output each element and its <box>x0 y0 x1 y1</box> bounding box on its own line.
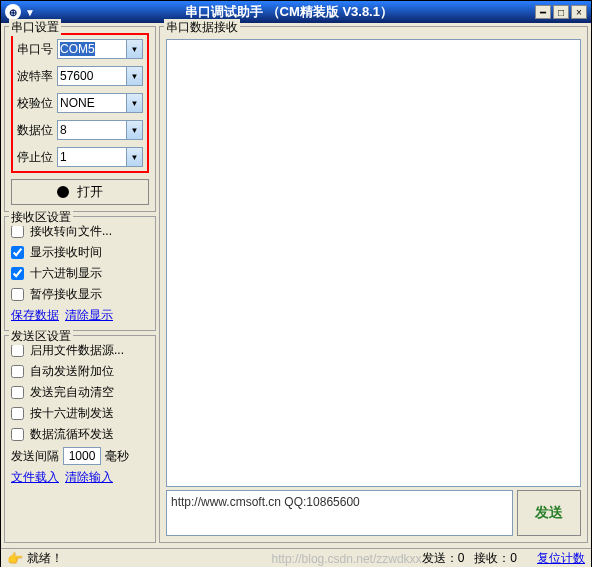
clear-input-link[interactable]: 清除输入 <box>65 469 113 486</box>
title-dropdown-icon[interactable]: ▼ <box>25 7 35 18</box>
port-label: 串口号 <box>17 41 57 58</box>
reset-count-link[interactable]: 复位计数 <box>537 550 585 567</box>
highlight-box: 串口号 COM5 ▼ 波特率 57600 ▼ 校 <box>11 33 149 173</box>
status-text: 就绪！ <box>27 550 272 567</box>
watermark: http://blog.csdn.net/zzwdkxx <box>272 552 422 566</box>
app-icon: ⊕ <box>5 4 21 20</box>
auto-append-label: 自动发送附加位 <box>30 363 114 380</box>
auto-clear-label: 发送完自动清空 <box>30 384 114 401</box>
hex-show-label: 十六进制显示 <box>30 265 102 282</box>
maximize-button[interactable]: □ <box>553 5 569 19</box>
recv-count: 0 <box>510 551 517 565</box>
cycle-send-label: 数据流循环发送 <box>30 426 114 443</box>
recv-area-title: 串口数据接收 <box>164 19 240 36</box>
stopbits-label: 停止位 <box>17 149 57 166</box>
auto-append-checkbox[interactable] <box>11 365 24 378</box>
send-button[interactable]: 发送 <box>517 490 581 536</box>
receive-textarea[interactable] <box>166 39 581 487</box>
chevron-down-icon[interactable]: ▼ <box>126 94 142 112</box>
recv-area-group: 串口数据接收 http://www.cmsoft.cn QQ:10865600 … <box>159 26 588 543</box>
port-value: COM5 <box>60 42 95 56</box>
parity-value: NONE <box>60 96 95 110</box>
right-panel: 串口数据接收 http://www.cmsoft.cn QQ:10865600 … <box>159 26 588 545</box>
databits-combo[interactable]: 8 ▼ <box>57 120 143 140</box>
chevron-down-icon[interactable]: ▼ <box>126 148 142 166</box>
open-button[interactable]: 打开 <box>11 179 149 205</box>
send-settings-group: 发送区设置 启用文件数据源... 自动发送附加位 发送完自动清空 按十六进制发送… <box>4 335 156 543</box>
baud-value: 57600 <box>60 69 93 83</box>
send-textarea[interactable]: http://www.cmsoft.cn QQ:10865600 <box>166 490 513 536</box>
recv-settings-group: 接收区设置 接收转向文件... 显示接收时间 十六进制显示 暂停接收显示 保存数… <box>4 216 156 331</box>
baud-combo[interactable]: 57600 ▼ <box>57 66 143 86</box>
show-time-label: 显示接收时间 <box>30 244 102 261</box>
pause-checkbox[interactable] <box>11 288 24 301</box>
parity-label: 校验位 <box>17 95 57 112</box>
interval-label: 发送间隔 <box>11 448 59 465</box>
send-count: 0 <box>458 551 465 565</box>
open-button-label: 打开 <box>77 183 103 201</box>
recv-count-label: 接收： <box>474 551 510 565</box>
stopbits-value: 1 <box>60 150 67 164</box>
interval-input[interactable] <box>63 447 101 465</box>
hex-send-label: 按十六进制发送 <box>30 405 114 422</box>
file-load-link[interactable]: 文件载入 <box>11 469 59 486</box>
status-icon: 👉 <box>7 551 23 566</box>
window-title: 串口调试助手 （CM精装版 V3.8.1） <box>43 3 535 21</box>
parity-combo[interactable]: NONE ▼ <box>57 93 143 113</box>
interval-unit: 毫秒 <box>105 448 129 465</box>
send-count-label: 发送： <box>422 551 458 565</box>
chevron-down-icon[interactable]: ▼ <box>126 121 142 139</box>
statusbar: 👉 就绪！ http://blog.csdn.net/zzwdkxx 发送：0 … <box>1 548 591 567</box>
databits-label: 数据位 <box>17 122 57 139</box>
titlebar[interactable]: ⊕ ▼ 串口调试助手 （CM精装版 V3.8.1） ━ □ × <box>1 1 591 23</box>
recv-settings-title: 接收区设置 <box>9 209 73 226</box>
show-time-checkbox[interactable] <box>11 246 24 259</box>
serial-settings-group: 串口设置 串口号 COM5 ▼ 波特率 57600 ▼ <box>4 26 156 212</box>
send-settings-title: 发送区设置 <box>9 328 73 345</box>
stopbits-combo[interactable]: 1 ▼ <box>57 147 143 167</box>
recv-to-file-checkbox[interactable] <box>11 225 24 238</box>
auto-clear-checkbox[interactable] <box>11 386 24 399</box>
save-data-link[interactable]: 保存数据 <box>11 307 59 324</box>
cycle-send-checkbox[interactable] <box>11 428 24 441</box>
hex-send-checkbox[interactable] <box>11 407 24 420</box>
circle-icon <box>57 186 69 198</box>
left-panel: 串口设置 串口号 COM5 ▼ 波特率 57600 ▼ <box>4 26 156 545</box>
baud-label: 波特率 <box>17 68 57 85</box>
main-window: ⊕ ▼ 串口调试助手 （CM精装版 V3.8.1） ━ □ × 串口设置 串口号… <box>0 0 592 567</box>
file-source-checkbox[interactable] <box>11 344 24 357</box>
clear-display-link[interactable]: 清除显示 <box>65 307 113 324</box>
hex-show-checkbox[interactable] <box>11 267 24 280</box>
close-button[interactable]: × <box>571 5 587 19</box>
chevron-down-icon[interactable]: ▼ <box>126 40 142 58</box>
chevron-down-icon[interactable]: ▼ <box>126 67 142 85</box>
databits-value: 8 <box>60 123 67 137</box>
minimize-button[interactable]: ━ <box>535 5 551 19</box>
serial-settings-title: 串口设置 <box>9 19 61 36</box>
port-combo[interactable]: COM5 ▼ <box>57 39 143 59</box>
pause-label: 暂停接收显示 <box>30 286 102 303</box>
